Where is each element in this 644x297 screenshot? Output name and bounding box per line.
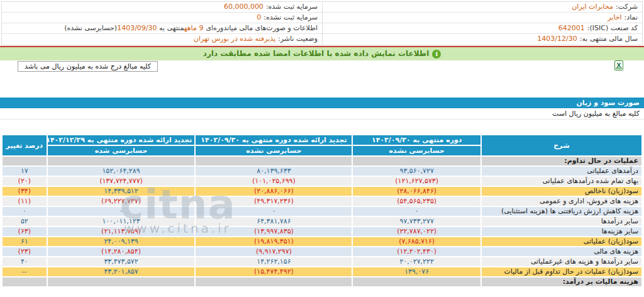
cell-percent-change (3, 157, 47, 165)
cell-percent-change: ۰ (3, 207, 47, 216)
cell-amount: ۱۰۰,۰۱۱,۱۲۳ (48, 217, 195, 226)
table-row: هزینه های فروش، اداری و عمومی(۵۴,۵۶۵,۲۳۵… (3, 197, 641, 206)
info-row: سال مالی منتهی به:1403/12/30 (323, 34, 642, 45)
cell-description: سایر درآمدها (482, 217, 641, 226)
cell-description: بهای تمام شده درآمدهای عملیاتی (482, 177, 641, 186)
table-row: بهای تمام شده درآمدهای عملیاتی(۱۲۱,۶۲۷,۵… (3, 177, 641, 186)
cell-amount: ۱۳۹,۰۷۶ (353, 267, 480, 276)
cell-amount (196, 277, 352, 286)
cell-description: هزینه مالیات بر درآمد: (482, 277, 641, 286)
info-value: 1403/12/30 (537, 35, 577, 43)
table-row: سود(زیان) عملیاتی(۷,۶۸۵,۷۱۶)(۱۹,۸۱۹,۳۵۱)… (3, 237, 641, 246)
cell-amount: (۱۴,۲۸۰,۸۵۴) (48, 247, 195, 256)
cell-amount: (۱۹,۸۱۹,۳۵۱) (196, 237, 352, 246)
cell-amount: ۶۴,۳۸۱,۷۸۶ (196, 217, 352, 226)
cell-amount: ۹۳,۵۶۰,۷۲۷ (353, 167, 480, 176)
info-label: سرمایه ثبت شده: (266, 3, 318, 11)
info-value: 0 (257, 13, 261, 21)
cell-amount (48, 277, 195, 286)
section-row: هزینه مالیات بر درآمد: (3, 277, 641, 286)
cell-amount: ۲۴,۰۰۹,۱۳۹ (48, 237, 195, 246)
header-audit-status-1: حسابرسی نشده (353, 146, 480, 155)
info-value: اخابر (608, 13, 621, 21)
cell-amount: (۲۲,۷۸۷,۰۲۲) (353, 227, 480, 236)
info-label: وضعیت ناشر: (278, 35, 318, 43)
info-value: 9 ماهه (184, 24, 204, 32)
cell-amount: (۷,۶۸۵,۷۱۶) (353, 237, 480, 246)
header-period-restated-fy: تجدید ارائه شده دوره منتهی به ۱۴۰۲/۱۲/۲۹ (48, 135, 195, 145)
info-value: مخابرات ایران (572, 3, 613, 11)
info-value: (حسابرسی نشده) (64, 24, 117, 32)
cell-percent-change: (۲۳) (3, 247, 47, 256)
info-value: 642001 (558, 24, 585, 32)
cell-percent-change: ۱۷ (3, 167, 47, 176)
info-label: سال مالی منتهی به: (580, 35, 638, 43)
cell-percent-change: ۴۰ (3, 257, 47, 266)
statement-title-bar: صورت سود و زیان (0, 98, 644, 108)
cell-description: عملیات در حال تداوم: (482, 157, 641, 165)
company-info-panel: شرکت:مخابرات ایراننماد:اخابرکد صنعت (ISI… (1, 1, 643, 45)
cell-description: سود(زیان) عملیات در حال تداوم قبل از مال… (482, 267, 641, 276)
header-audit-status-3: حسابرسی شده (48, 146, 195, 155)
cell-amount: (۱۲,۲۰۲,۴۳۰) (353, 247, 480, 256)
cell-percent-change: (۶۳) (3, 227, 47, 236)
cell-amount (353, 277, 480, 286)
header-percent-change: درصد تغییر (3, 135, 47, 155)
cell-percent-change: -- (3, 267, 47, 276)
cell-amount: (۲۸,۰۶۶,۸۴۶) (353, 187, 480, 196)
info-value: 60,000,000 (224, 3, 264, 11)
cell-percent-change: (۲۰) (3, 177, 47, 186)
cell-amount: (۲۱,۱۱۳,۷۵۹) (48, 227, 195, 236)
info-value: 1403/09/30 (117, 24, 157, 32)
info-row: شرکت:مخابرات ایران (323, 2, 642, 13)
cell-description: هزینه های فروش، اداری و عمومی (482, 197, 641, 206)
cell-amount: ۹۷,۷۳۳,۲۷۷ (353, 217, 480, 226)
cell-amount: (۹,۹۱۷,۲۹۷) (196, 247, 352, 256)
cell-amount: ۱۴,۲۶۲,۱۵۶ (196, 257, 352, 266)
cell-percent-change: ۵۲ (3, 217, 47, 226)
info-label: اطلاعات و صورت‌های مالی میاندوره‌ای (206, 24, 318, 32)
cell-description: سایر درآمدها و هزینه های غیرعملیاتی (482, 257, 641, 266)
unit-note-bar: کلیه مبالغ به میلیون ریال است (0, 108, 644, 120)
table-row: سایر درآمدها و هزینه های غیرعملیاتی۲۰,۰۲… (3, 257, 641, 266)
cell-description: هزینه های مالی (482, 247, 641, 256)
cell-description: سایر هزینه‌ها (482, 227, 641, 236)
info-row: اطلاعات و صورت‌های مالی میاندوره‌ای9 ماه… (2, 23, 322, 34)
signature-alert-bar: i اطلاعات نمایش داده شده با اطلاعات امضا… (0, 47, 644, 60)
table-row: هزینه های مالی(۱۲,۲۰۲,۴۳۰)(۹,۹۱۷,۲۹۷)(۱۴… (3, 247, 641, 256)
cell-description: سود(زیان) ناخالص (482, 187, 641, 196)
cell-amount: (۱۵,۴۷۴,۴۹۲) (196, 267, 352, 276)
income-table-body: عملیات در حال تداوم:درآمدهای عملیاتی۹۳,۵… (3, 157, 641, 286)
table-row: سود(زیان) ناخالص(۲۸,۰۶۶,۸۴۶)(۲۰,۸۸۶,۰۶۶)… (3, 187, 641, 196)
cell-amount: ۰ (353, 207, 480, 216)
cell-description: هزینه کاهش ارزش دریافتنی ها (هزینه استثن… (482, 207, 641, 216)
cell-amount: (۱۳,۹۹۷,۸۳۵) (196, 227, 352, 236)
info-value: منتهی به (157, 24, 184, 32)
cell-percent-change: (۳۴) (3, 187, 47, 196)
info-label: نماد: (625, 13, 638, 21)
cell-amount: ۲۰,۰۲۷,۲۲۲ (353, 257, 480, 266)
info-row: وضعیت ناشر:پذیرفته شده در بورس تهران (2, 34, 322, 45)
cell-amount: (۴۹,۳۱۷,۲۳۶) (196, 197, 352, 206)
cell-amount (353, 157, 480, 165)
cell-description: درآمدهای عملیاتی (482, 167, 641, 176)
cell-amount: ۰ (196, 207, 352, 216)
info-label: شرکت: (616, 3, 638, 11)
cell-amount: (۶۹,۲۲۷,۷۳۷) (48, 197, 195, 206)
income-table: شرح دوره منتهی به ۱۴۰۳/۰۹/۳۰ تجدید ارائه… (1, 134, 643, 288)
table-row: سایر درآمدها۹۷,۷۳۳,۲۷۷۶۴,۳۸۱,۷۸۶۱۰۰,۰۱۱,… (3, 217, 641, 226)
cell-amount: (۵۴,۵۶۵,۲۳۵) (353, 197, 480, 206)
table-row: هزینه کاهش ارزش دریافتنی ها (هزینه استثن… (3, 207, 641, 216)
unit-note-button[interactable]: کلیه مبالغ درج شده به میلیون ریال می باش… (18, 61, 158, 72)
cell-amount: ۸۰,۱۳۹,۶۳۳ (196, 167, 352, 176)
info-label: کد صنعت (ISIC): (587, 24, 638, 32)
cell-percent-change: ۶۱ (3, 237, 47, 246)
cell-amount: (۲۰,۸۸۶,۰۶۶) (196, 187, 352, 196)
info-circle-icon: i (432, 50, 441, 59)
cell-percent-change: (۱۱) (3, 197, 47, 206)
cell-amount (196, 157, 352, 165)
company-info-right: شرکت:مخابرات ایراننماد:اخابرکد صنعت (ISI… (322, 2, 642, 45)
cell-description: سود(زیان) عملیاتی (482, 237, 641, 246)
cell-amount: ۳۳,۴۷۳,۵۷۲ (48, 257, 195, 266)
excel-export-icon[interactable]: X (614, 60, 623, 70)
